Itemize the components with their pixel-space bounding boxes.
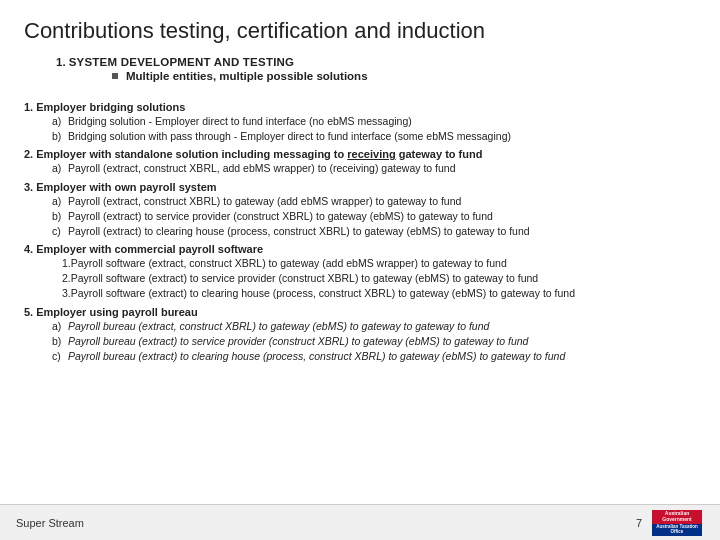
logo-text-bottom: Australian Taxation Office (652, 525, 702, 535)
list-item: a) Payroll bureau (extract, construct XB… (24, 319, 696, 333)
list-label: 3. (24, 286, 71, 300)
logo-text-top: Australian Government (652, 511, 702, 522)
list-text: Payroll (extract) to service provider (c… (68, 209, 696, 223)
group-1-title: 1. Employer bridging solutions (24, 101, 696, 113)
list-text: Payroll bureau (extract, construct XBRL)… (68, 319, 696, 333)
list-label: b) (24, 334, 68, 348)
list-text: Payroll (extract, construct XBRL, add eb… (68, 161, 696, 175)
page-title: Contributions testing, certification and… (24, 18, 696, 44)
list-label: a) (24, 194, 68, 208)
footer: Super Stream 7 Australian Government Aus… (0, 504, 720, 540)
list-text: Payroll (extract, construct XBRL) to gat… (68, 194, 696, 208)
footer-right: 7 Australian Government Australian Taxat… (636, 509, 704, 537)
list-item: b) Bridging solution with pass through -… (24, 129, 696, 143)
group-2: 2. Employer with standalone solution inc… (24, 148, 696, 175)
list-label: a) (24, 114, 68, 128)
list-text: Bridging solution - Employer direct to f… (68, 114, 696, 128)
list-item: c) Payroll (extract) to clearing house (… (24, 224, 696, 238)
list-text: Payroll bureau (extract) to clearing hou… (68, 349, 696, 363)
section-subtitle: Multiple entities, multiple possible sol… (112, 70, 696, 82)
group-3: 3. Employer with own payroll system a) P… (24, 181, 696, 239)
list-item: b) Payroll (extract) to service provider… (24, 209, 696, 223)
list-item: c) Payroll bureau (extract) to clearing … (24, 349, 696, 363)
group-1: 1. Employer bridging solutions a) Bridgi… (24, 101, 696, 143)
list-text: Payroll software (extract) to service pr… (71, 271, 696, 285)
section-number: 1. (56, 56, 66, 68)
list-item: a) Bridging solution - Employer direct t… (24, 114, 696, 128)
group-3-title: 3. Employer with own payroll system (24, 181, 696, 193)
list-item: a) Payroll (extract, construct XBRL) to … (24, 194, 696, 208)
group-4-title: 4. Employer with commercial payroll soft… (24, 243, 696, 255)
section-header: 1. SYSTEM DEVELOPMENT AND TESTING (56, 56, 696, 68)
list-text: Bridging solution with pass through - Em… (68, 129, 696, 143)
list-item: 2. Payroll software (extract) to service… (24, 271, 696, 285)
group-2-title: 2. Employer with standalone solution inc… (24, 148, 696, 160)
list-label: 1. (24, 256, 71, 270)
slide: Contributions testing, certification and… (0, 0, 720, 540)
group-5: 5. Employer using payroll bureau a) Payr… (24, 306, 696, 364)
footer-label: Super Stream (16, 517, 84, 529)
list-label: b) (24, 129, 68, 143)
section-title: SYSTEM DEVELOPMENT AND TESTING (69, 56, 295, 68)
list-item: a) Payroll (extract, construct XBRL, add… (24, 161, 696, 175)
list-label: c) (24, 349, 68, 363)
list-text: Payroll software (extract) to clearing h… (71, 286, 696, 300)
content-area: 1. Employer bridging solutions a) Bridgi… (0, 92, 720, 504)
list-label: a) (24, 161, 68, 175)
list-label: 2. (24, 271, 71, 285)
group-4: 4. Employer with commercial payroll soft… (24, 243, 696, 301)
list-text: Payroll (extract) to clearing house (pro… (68, 224, 696, 238)
list-item: 3. Payroll software (extract) to clearin… (24, 286, 696, 300)
header: Contributions testing, certification and… (0, 0, 720, 92)
logo-bottom: Australian Taxation Office (652, 524, 702, 536)
government-logo: Australian Government Australian Taxatio… (650, 509, 704, 537)
list-text: Payroll software (extract, construct XBR… (71, 256, 696, 270)
logo-top: Australian Government (652, 510, 702, 524)
list-item: 1. Payroll software (extract, construct … (24, 256, 696, 270)
list-text: Payroll bureau (extract) to service prov… (68, 334, 696, 348)
list-label: b) (24, 209, 68, 223)
list-label: a) (24, 319, 68, 333)
group-5-title: 5. Employer using payroll bureau (24, 306, 696, 318)
page-number: 7 (636, 517, 642, 529)
list-label: c) (24, 224, 68, 238)
list-item: b) Payroll bureau (extract) to service p… (24, 334, 696, 348)
